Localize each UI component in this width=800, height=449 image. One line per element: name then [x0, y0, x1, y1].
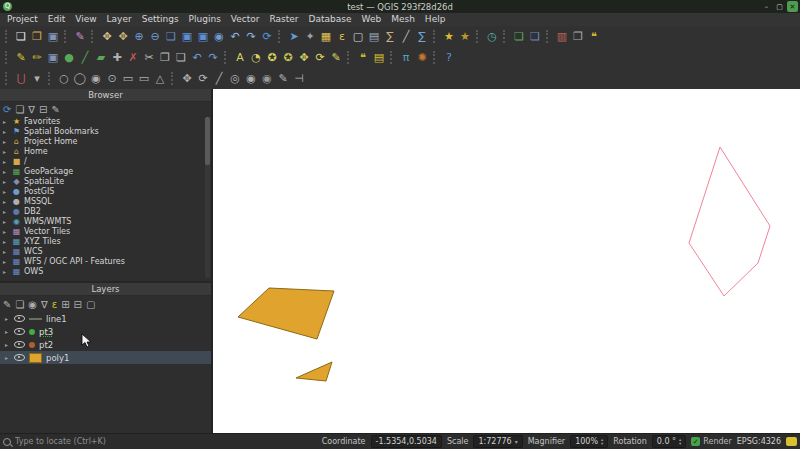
menu-vector[interactable]: Vector: [226, 13, 265, 26]
toolbar-drag-handle[interactable]: [48, 72, 53, 85]
menu-project[interactable]: Project: [2, 13, 43, 26]
browser-item-home[interactable]: ▸⌂Home: [0, 146, 211, 156]
toolbar-drag-handle[interactable]: [278, 30, 283, 43]
toolbar-drag-handle[interactable]: [546, 30, 551, 43]
toggle-editing-icon[interactable]: ✏: [29, 50, 45, 66]
browser-item-favorites[interactable]: ▸★Favorites: [0, 116, 211, 126]
toolbar-drag-handle[interactable]: [390, 51, 395, 64]
browser-item-wfs-ogc-api-features[interactable]: ▸▦WFS / OGC API - Features: [0, 256, 211, 266]
toolbar-drag-handle[interactable]: [5, 72, 10, 85]
ellipse-from-center-icon[interactable]: ⊙: [104, 71, 120, 87]
browser-item-xyz-tiles[interactable]: ▸▦XYZ Tiles: [0, 236, 211, 246]
spinner-arrows-icon[interactable]: ▴▾: [601, 438, 603, 446]
zoom-full-icon[interactable]: ❏: [163, 29, 179, 45]
manage-map-themes-icon[interactable]: ◉: [28, 299, 37, 310]
maximize-button[interactable]: ▢: [774, 1, 785, 12]
layer-item-poly1[interactable]: ▸poly1: [0, 351, 211, 364]
expand-arrow-icon[interactable]: ▸: [3, 168, 9, 175]
expand-arrow-icon[interactable]: ▸: [3, 238, 9, 245]
layer-visibility-eye-icon[interactable]: [14, 328, 25, 335]
render-checkbox[interactable]: ✓: [691, 437, 700, 446]
expand-arrow-icon[interactable]: ▸: [3, 158, 9, 165]
python-console-icon[interactable]: π: [398, 50, 414, 66]
save-layer-edits-icon[interactable]: ▣: [45, 50, 61, 66]
add-line-feature-icon[interactable]: ╱: [77, 50, 93, 66]
layer-visibility-eye-icon[interactable]: [14, 354, 25, 361]
add-ring-icon[interactable]: ◎: [227, 71, 243, 87]
form-annotation-icon[interactable]: ▤: [371, 50, 387, 66]
browser-scrollbar[interactable]: [205, 117, 210, 278]
processing-toolbox-icon[interactable]: ✺: [414, 50, 430, 66]
rotation-spinbox[interactable]: 0.0 ° ▴▾: [652, 435, 687, 448]
style-manager-icon[interactable]: ✎: [72, 29, 88, 45]
layer-item-line1[interactable]: ▸line1: [0, 312, 211, 325]
rectangle-2-points-icon[interactable]: ▭: [120, 71, 136, 87]
help-contents-icon[interactable]: ?: [441, 50, 457, 66]
toolbar-drag-handle[interactable]: [433, 30, 438, 43]
browser-scrollbar-thumb[interactable]: [205, 117, 210, 165]
toolbar-drag-handle[interactable]: [171, 72, 176, 85]
highlight-pinned-labels-icon[interactable]: ✪: [280, 50, 296, 66]
browser-item-wms-wmts[interactable]: ▸◉WMS/WMTS: [0, 216, 211, 226]
menu-raster[interactable]: Raster: [265, 13, 304, 26]
scale-select[interactable]: 1:72776 ▾: [473, 435, 522, 448]
magnifier-spinbox[interactable]: 100% ▴▾: [570, 435, 608, 448]
expand-arrow-icon[interactable]: ▸: [3, 268, 9, 275]
pin-labels-icon[interactable]: ✪: [264, 50, 280, 66]
expand-arrow-icon[interactable]: ▸: [5, 354, 10, 361]
layer-labeling-icon[interactable]: A: [232, 50, 248, 66]
map-tips-icon[interactable]: ❝: [586, 29, 602, 45]
zoom-native-icon[interactable]: ◉: [211, 29, 227, 45]
paste-features-icon[interactable]: ❏: [173, 50, 189, 66]
current-edits-icon[interactable]: ✎: [13, 50, 29, 66]
expand-arrow-icon[interactable]: ▸: [3, 198, 9, 205]
toolbar-drag-handle[interactable]: [64, 30, 69, 43]
move-label-icon[interactable]: ✥: [296, 50, 312, 66]
browser-item-[interactable]: ▸■/: [0, 156, 211, 166]
expand-arrow-icon[interactable]: ▸: [3, 148, 9, 155]
refresh-map-icon[interactable]: ⟳: [259, 29, 275, 45]
layer-diagram-icon[interactable]: ◔: [248, 50, 264, 66]
layer-item-pt2[interactable]: ▸pt2: [0, 338, 211, 351]
expand-arrow-icon[interactable]: ▸: [3, 228, 9, 235]
toolbar-drag-handle[interactable]: [5, 30, 10, 43]
cut-features-icon[interactable]: ✂: [141, 50, 157, 66]
browser-item-postgis[interactable]: ▸●PostGIS: [0, 186, 211, 196]
zoom-in-icon[interactable]: ⊕: [131, 29, 147, 45]
zoom-last-icon[interactable]: ↶: [227, 29, 243, 45]
browser-item-spatial-bookmarks[interactable]: ▸⚑Spatial Bookmarks: [0, 126, 211, 136]
expand-arrow-icon[interactable]: ▸: [5, 315, 10, 322]
new-3d-map-view-icon[interactable]: ❏: [527, 29, 543, 45]
menu-mesh[interactable]: Mesh: [386, 13, 420, 26]
circle-2-points-icon[interactable]: ○: [56, 71, 72, 87]
browser-item-ows[interactable]: ▸▦OWS: [0, 266, 211, 276]
toolbar-drag-handle[interactable]: [433, 51, 438, 64]
identify-features-icon[interactable]: ➤: [286, 29, 302, 45]
rotate-label-icon[interactable]: ⟳: [312, 50, 328, 66]
select-by-expression-icon[interactable]: ε: [334, 29, 350, 45]
menu-database[interactable]: Database: [304, 13, 357, 26]
simplify-feature-icon[interactable]: ╱: [211, 71, 227, 87]
regular-polygon-icon[interactable]: △: [152, 71, 168, 87]
circle-center-point-icon[interactable]: ◉: [88, 71, 104, 87]
rectangle-3-points-icon[interactable]: ▭: [136, 71, 152, 87]
expand-arrow-icon[interactable]: ▸: [3, 208, 9, 215]
add-group-icon[interactable]: ❏: [15, 299, 24, 310]
save-project-icon[interactable]: ▣: [45, 29, 61, 45]
expand-arrow-icon[interactable]: ▸: [3, 218, 9, 225]
expand-arrow-icon[interactable]: ▸: [3, 178, 9, 185]
show-spatial-bookmarks-icon[interactable]: ★: [457, 29, 473, 45]
pan-to-selection-icon[interactable]: ✥: [115, 29, 131, 45]
browser-item-spatialite[interactable]: ▸◆SpatiaLite: [0, 176, 211, 186]
browser-new-connection-icon[interactable]: ❏: [15, 104, 24, 115]
map-canvas[interactable]: [213, 89, 800, 434]
coordinate-value[interactable]: -1.5354,0.5034: [371, 435, 442, 448]
measure-line-icon[interactable]: ╱: [398, 29, 414, 45]
browser-item-vector-tiles[interactable]: ▸▦Vector Tiles: [0, 226, 211, 236]
snapping-toggle-icon[interactable]: ⋃: [13, 71, 29, 87]
browser-item-geopackage[interactable]: ▸▦GeoPackage: [0, 166, 211, 176]
add-point-feature-icon[interactable]: ●: [61, 50, 77, 66]
remove-layer-icon[interactable]: ▢: [86, 299, 95, 310]
close-button[interactable]: ✕: [787, 1, 798, 12]
toolbar-drag-handle[interactable]: [224, 51, 229, 64]
